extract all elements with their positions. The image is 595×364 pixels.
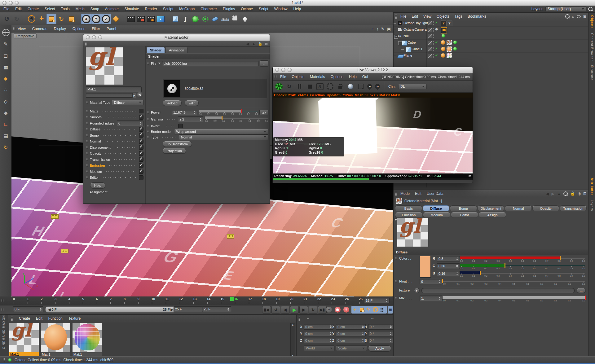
viewport-camera-label[interactable]: Perspective — [14, 33, 37, 38]
uv-transform-button[interactable]: UV Transform — [163, 141, 192, 147]
channel-checkbox[interactable] — [139, 151, 143, 156]
slider-handle[interactable] — [442, 279, 443, 283]
type-dropdown[interactable]: Normal — [179, 134, 268, 140]
slider-handle[interactable] — [241, 109, 242, 113]
animation-mode-icon[interactable]: ↻ — [1, 143, 11, 152]
frame-7[interactable]: 7 — [110, 297, 114, 301]
frame-4[interactable]: 4 — [68, 297, 73, 301]
visibility-dots-icon[interactable] — [433, 47, 434, 51]
menu-octane[interactable]: Octane — [240, 7, 253, 11]
channel-checkbox[interactable] — [139, 115, 143, 120]
sun-tag-icon[interactable]: ☀ — [441, 20, 447, 26]
move-icon[interactable]: + — [37, 14, 46, 24]
file-path-field[interactable]: glob_00000.jpg — [162, 61, 258, 66]
anim-dot-icon[interactable] — [86, 170, 88, 173]
menu-file[interactable]: File — [3, 7, 10, 11]
menu-tools[interactable]: Tools — [60, 7, 70, 11]
material-menu-create[interactable]: Create — [18, 316, 31, 321]
make-editable-icon[interactable]: ✎ — [1, 39, 11, 49]
render-settings-icon[interactable] — [146, 14, 156, 24]
apply-button[interactable]: Apply — [368, 345, 391, 351]
texture-mode-icon[interactable]: ▦ — [1, 62, 11, 72]
stop-render-icon[interactable] — [306, 83, 313, 90]
slider-track[interactable]: 0.00.10.20.30.40.50.60.70.80.91.0 — [460, 271, 585, 278]
shader-path-field[interactable] — [86, 93, 134, 98]
eye-icon[interactable] — [577, 15, 581, 18]
scale-icon[interactable] — [46, 14, 56, 24]
live-viewer-menu-file[interactable]: File — [280, 75, 287, 79]
tab-normal[interactable]: Normal — [505, 205, 532, 211]
channel-checkbox[interactable] — [139, 169, 143, 174]
texture-axis-mode-icon[interactable]: ▤ — [1, 131, 11, 140]
frame-9[interactable]: 9 — [138, 297, 142, 301]
material-item[interactable]: Mat.1 — [73, 323, 102, 357]
coord-field-x-0[interactable]: 0 cm — [304, 324, 333, 330]
live-viewer-menu-gui[interactable]: Gui — [362, 75, 369, 79]
anim-dot-icon[interactable] — [86, 140, 88, 143]
color-r-field[interactable]: 0.8 — [437, 256, 460, 261]
anim-dot-icon[interactable] — [86, 128, 88, 130]
attribute-menu-user-data[interactable]: User Data — [426, 191, 444, 196]
drag-handle-icon[interactable] — [395, 191, 398, 196]
autokey-parameter-icon[interactable]: P — [372, 306, 379, 314]
x-axis-lock-icon[interactable]: X — [81, 14, 91, 24]
object-row-null[interactable]: +L0Null — [394, 33, 588, 40]
object-manager-menu-objects[interactable]: Objects — [436, 14, 450, 19]
tab-animation[interactable]: Animation — [165, 47, 187, 53]
attribute-menu-edit[interactable]: Edit — [414, 191, 422, 196]
frame-14[interactable]: 14 — [207, 297, 211, 301]
assignment-label[interactable]: Assignment — [90, 190, 107, 194]
material-menu-function[interactable]: Function — [48, 316, 63, 321]
border-mode-dropdown[interactable]: Wrap around — [174, 129, 268, 134]
focus-picker-icon[interactable]: F — [366, 83, 373, 90]
layer-icon[interactable] — [428, 54, 432, 58]
channel-checkbox[interactable] — [139, 175, 143, 180]
pause-render-icon[interactable] — [296, 83, 303, 90]
slider-handle[interactable] — [480, 271, 481, 275]
menu-create[interactable]: Create — [27, 7, 39, 11]
dock-tab-content-browser[interactable]: Content Browser — [590, 31, 594, 63]
autokey-rotation-icon[interactable]: ↻ — [365, 306, 372, 314]
drag-handle-icon[interactable] — [274, 75, 277, 79]
restart-render-icon[interactable]: ↻ — [285, 83, 293, 90]
object-row-plane[interactable]: Plane✓ — [394, 53, 588, 59]
material-thumbnail-gl[interactable] — [9, 323, 39, 352]
viewport-menu-panel[interactable]: Panel — [106, 27, 117, 31]
tex-button[interactable]: tex — [259, 110, 268, 115]
z-axis-lock-icon[interactable]: Z — [101, 14, 111, 24]
redo-icon[interactable]: ↻ — [12, 14, 22, 24]
browse-file-button[interactable]: ... — [260, 60, 268, 66]
slider-handle[interactable] — [222, 116, 223, 120]
channel-checkbox[interactable] — [139, 157, 143, 162]
dock-tab-layers[interactable]: Layers — [590, 198, 594, 213]
picture-viewer-icon[interactable]: ▲ — [156, 14, 165, 24]
autokey-position-icon[interactable]: + — [351, 306, 358, 314]
reload-button[interactable]: Reload — [163, 100, 182, 106]
anim-dot-icon[interactable] — [86, 158, 88, 161]
menu-simulate[interactable]: Simulate — [124, 7, 140, 11]
object-row-octanecamera[interactable]: OctaneCamera⊕ — [394, 27, 588, 33]
anim-dot-icon[interactable] — [147, 125, 149, 127]
history-forward-icon[interactable]: ▶ — [552, 191, 555, 196]
coord-world-dropdown[interactable]: World — [304, 345, 335, 351]
points-mode-icon[interactable]: ∴ — [1, 85, 11, 94]
zoom-window-icon[interactable] — [288, 68, 292, 72]
slider-handle[interactable] — [505, 263, 505, 268]
coord-field-y-0[interactable]: 0 cm — [304, 331, 333, 336]
slider-track[interactable]: 0.00.10.20.30.40.50.60.70.80.91.0 — [443, 279, 585, 286]
frame-2[interactable]: 2 — [41, 297, 45, 301]
material-name-label[interactable]: Mat.1 — [41, 352, 70, 357]
material-menu-texture[interactable]: Texture — [68, 316, 81, 321]
current-frame-field[interactable]: 16 F — [364, 298, 390, 303]
object-name[interactable]: OctaneDayLight — [403, 21, 428, 25]
object-manager-menu-bookmarks[interactable]: Bookmarks — [467, 14, 487, 19]
object-row-octanedaylight[interactable]: ☀OctaneDayLight✓☀☀ — [394, 20, 588, 27]
layer-icon[interactable] — [428, 21, 432, 26]
coord-field-x-1[interactable]: 0 cm — [336, 324, 366, 330]
channel-checkbox[interactable] — [139, 163, 143, 168]
channel-dropdown[interactable]: DL — [398, 84, 427, 89]
minimize-window-icon[interactable] — [92, 35, 96, 39]
frame-25[interactable]: 25 — [359, 297, 363, 301]
color-g-field[interactable]: 0.36 — [437, 263, 460, 269]
frame-16[interactable]: 16 — [234, 297, 239, 301]
